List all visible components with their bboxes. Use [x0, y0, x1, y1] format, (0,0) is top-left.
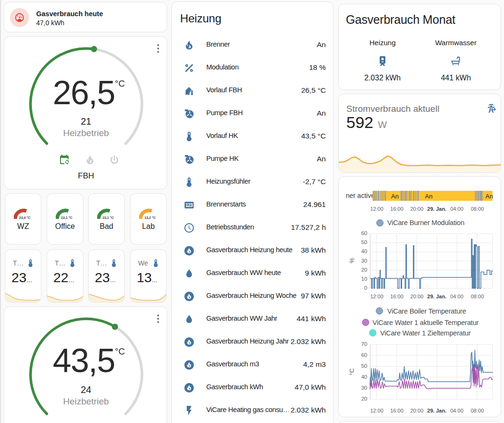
svg-text:3: 3 [190, 203, 193, 208]
